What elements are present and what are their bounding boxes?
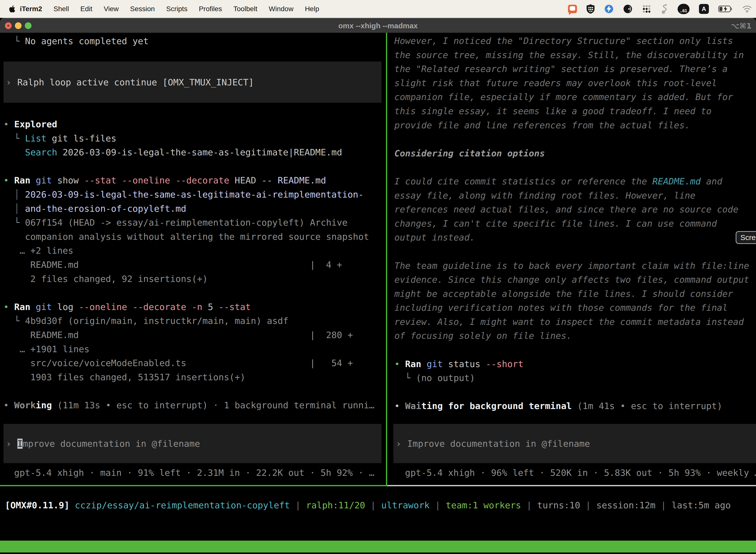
left-terminal-output: • Explored └ List git ls-files Search 20… <box>3 117 383 412</box>
text-segment: and <box>701 176 722 186</box>
text-segment: 5 <box>202 302 218 312</box>
terminal-line: I could cite commit statistics or refere… <box>394 174 756 189</box>
terminal-line: └ List git ls-files <box>3 131 383 146</box>
terminal-line: Search 2026-03-09-is-legal-the-same-as-l… <box>3 146 383 160</box>
prompt-placeholder: Improve documentation in @filename <box>407 439 590 449</box>
text-segment: 2026-03-09-is-legal-the-same-as-legitima… <box>57 147 342 157</box>
text-segment: slight risk that future readers may over… <box>394 78 717 88</box>
text-segment: Search <box>25 147 57 157</box>
status-segment: | <box>655 500 672 510</box>
text-segment <box>116 175 122 185</box>
menu-bar: iTerm2ShellEditViewSessionScriptsProfile… <box>0 0 756 18</box>
menu-status-icons: ..61 A <box>568 0 752 18</box>
text-segment: --decorate <box>176 175 230 185</box>
text-segment: ting for background terminal <box>421 401 572 411</box>
text-segment: 1903 files changed, 513517 insertions(+) <box>3 372 245 382</box>
left-prompt-input[interactable]: ›Improve documentation in @filename <box>3 424 381 463</box>
bolt-circle-icon[interactable] <box>604 4 614 14</box>
terminal-line <box>394 132 756 147</box>
text-segment: • <box>394 401 405 411</box>
terminal-line: provide file and line references from th… <box>394 118 756 132</box>
terminal-line: • Waiting for background terminal (1m 41… <box>394 399 756 413</box>
banner-chevron: › <box>6 77 11 88</box>
usage-badge[interactable]: ..61 <box>678 4 690 14</box>
text-segment: Considering citation options <box>394 148 545 158</box>
menu-item-profiles[interactable]: Profiles <box>199 5 222 13</box>
text-segment: (1m 41s • esc to interrupt) <box>572 401 722 411</box>
wifi-icon[interactable] <box>742 5 752 13</box>
text-segment: --stat <box>84 175 116 185</box>
terminal-line: • Ran git log --oneline --decorate -n 5 … <box>3 300 383 314</box>
screen-overlay-button[interactable]: Scre <box>736 231 756 244</box>
text-segment: evidence. Since this change only affects… <box>394 275 749 285</box>
shield-icon[interactable] <box>586 4 595 14</box>
menu-item-shell[interactable]: Shell <box>54 5 69 13</box>
menu-item-iterm2[interactable]: iTerm2 <box>20 5 42 13</box>
keyboard-layout-badge[interactable]: A <box>699 4 709 14</box>
status-segment: [OMX#0.11.9] <box>5 500 69 510</box>
figure-icon[interactable] <box>661 4 668 14</box>
text-segment <box>186 302 192 312</box>
status-segment <box>69 500 75 510</box>
left-pane-border <box>0 485 386 486</box>
terminal-line: However, I noticed the "Directory Struct… <box>394 34 756 48</box>
text-segment: • <box>394 359 405 369</box>
right-prompt-input[interactable]: ›Improve documentation in @filename <box>393 424 756 463</box>
text-segment: companion file, especially if more comme… <box>394 92 733 102</box>
text-segment <box>30 302 36 312</box>
text-segment: README.md <box>278 175 326 185</box>
terminal-line: Considering citation options <box>394 147 756 161</box>
text-segment: provide file and line references from th… <box>394 120 690 130</box>
screen: iTerm2ShellEditViewSessionScriptsProfile… <box>0 0 756 554</box>
terminal-line: └ No agents completed yet <box>3 34 383 48</box>
terminal-line <box>394 385 756 399</box>
terminal-line <box>3 286 383 300</box>
terminal-line: • Working (11m 13s • esc to interrupt) ·… <box>3 398 383 412</box>
status-segment: | <box>365 500 381 510</box>
text-segment: • <box>3 302 14 312</box>
terminal-line <box>394 245 756 259</box>
status-segment: turns:10 <box>537 500 580 510</box>
text-segment: ing <box>36 400 52 410</box>
text-segment: Ran <box>14 302 30 312</box>
text-segment <box>127 302 133 312</box>
text-segment: (11m 13s • esc to interrupt) · 1 backgro… <box>52 400 374 410</box>
text-segment: └ <box>3 133 25 144</box>
right-model-status: gpt-5.4 xhigh · 96% left · 520K in · 5.8… <box>405 466 756 480</box>
terminal-line: might be acceptable alongside the file l… <box>394 287 756 301</box>
text-segment: --short <box>486 359 523 369</box>
terminal-line: src/voice/voiceModeEnabled.ts | 54 + <box>3 356 383 370</box>
status-segment: | <box>580 500 596 510</box>
menu-item-scripts[interactable]: Scripts <box>166 5 188 13</box>
text-segment: (no output) <box>416 373 475 383</box>
status-segment: | <box>430 500 446 510</box>
pane-divider[interactable] <box>386 33 387 486</box>
menu-item-toolbelt[interactable]: Toolbelt <box>233 5 257 13</box>
text-segment: show <box>52 175 84 185</box>
menu-item-edit[interactable]: Edit <box>80 5 92 13</box>
text-segment: --oneline <box>122 175 170 185</box>
text-segment: No agents completed yet <box>25 36 149 46</box>
menu-item-window[interactable]: Window <box>269 5 294 13</box>
menu-item-view[interactable]: View <box>104 5 119 13</box>
text-segment: Ran <box>14 175 30 185</box>
contrast-circle-icon[interactable] <box>623 4 632 14</box>
apple-menu-icon[interactable] <box>9 5 16 13</box>
terminal-line: … +2 lines <box>3 244 383 258</box>
menu-items: iTerm2ShellEditViewSessionScriptsProfile… <box>20 5 319 13</box>
battery-icon[interactable] <box>718 5 733 13</box>
chat-app-icon[interactable] <box>568 5 577 13</box>
menu-item-session[interactable]: Session <box>130 5 155 13</box>
dots-grid-icon[interactable] <box>642 4 651 14</box>
menu-item-help[interactable]: Help <box>305 5 319 13</box>
status-segment: | <box>290 500 306 510</box>
terminal-line: companion analysis without altering the … <box>3 230 383 244</box>
text-segment: -n <box>192 302 202 312</box>
terminal-line: └ (no output) <box>394 371 756 385</box>
text-segment: • <box>3 119 14 129</box>
text-segment: --oneline <box>79 302 127 312</box>
text-segment: including verification notes with those … <box>394 302 728 313</box>
window-shortcut-badge: ⌥⌘1 <box>731 18 752 33</box>
text-segment: and-the-erosion-of-copyleft.md <box>25 204 186 214</box>
terminal-line: essay file, along with finding root file… <box>394 189 756 203</box>
